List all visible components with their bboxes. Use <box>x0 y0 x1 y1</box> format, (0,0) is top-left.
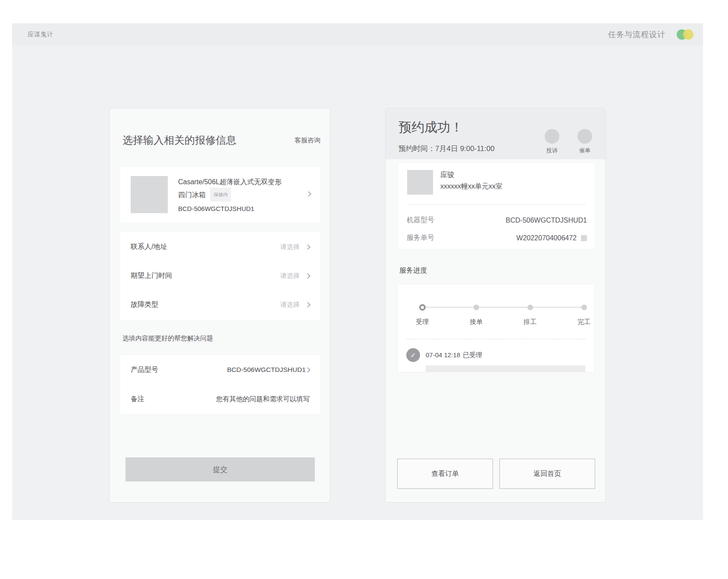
step-label-accepted: 受理 <box>409 318 435 326</box>
service-progress-card: 受理 接单 排工 完工 ✓ 07-04 12:18已受理 <box>397 284 595 372</box>
page-label: 任务与流程设计 <box>608 29 665 40</box>
product-image-placeholder <box>131 176 168 213</box>
info-label: 机器型号 <box>407 216 434 225</box>
booking-success-title: 预约成功！ <box>399 119 463 136</box>
timeline-entry: 07-04 12:18已受理 <box>426 351 485 359</box>
product-name: Casarte/506L超薄嵌入式无双变形 四门冰箱保修内 <box>178 176 282 201</box>
back-home-button[interactable]: 返回首页 <box>499 459 595 489</box>
field-row-remarks[interactable]: 备注 您有其他的问题和需求可以填写 <box>131 384 310 414</box>
field-label: 联系人/地址 <box>131 242 167 252</box>
status-dots <box>677 29 693 40</box>
workspace-title: 应谋鬼计 <box>28 31 53 38</box>
booking-success-screen: 预约成功！ 预约时间：7月4日 9:00-11:00 投诉 催单 应骏 xxxx… <box>385 108 606 503</box>
field-label: 备注 <box>131 395 144 404</box>
chevron-right-icon <box>305 244 311 250</box>
timeline-skeleton-bar <box>426 365 585 372</box>
complaint-action[interactable]: 投诉 <box>542 129 562 154</box>
booking-header: 预约成功！ 预约时间：7月4日 9:00-11:00 投诉 催单 <box>386 108 606 159</box>
info-value: BCD-506WGCTDJSHUD1 <box>506 217 587 224</box>
step-label-taken: 接单 <box>463 318 489 326</box>
urge-order-label: 催单 <box>579 147 590 154</box>
field-value: BCD-506WGCTDJSHUD1 <box>227 366 306 374</box>
chevron-right-icon <box>305 273 311 279</box>
service-order-row: 服务单号 W20220704006472 <box>407 229 587 247</box>
optional-section-hint: 选填内容能更好的帮您解决问题 <box>122 334 213 343</box>
optional-fields-group: 产品型号 BCD-506WGCTDJSHUD1 备注 您有其他的问题和需求可以填… <box>120 355 320 414</box>
steps-connector-line <box>422 307 584 308</box>
product-info: Casarte/506L超薄嵌入式无双变形 四门冰箱保修内 BCD-506WGC… <box>178 176 282 213</box>
field-placeholder: 请选择 <box>280 272 300 280</box>
order-info-rows: 机器型号 BCD-506WGCTDJSHUD1 服务单号 W2022070400… <box>407 211 587 247</box>
field-placeholder: 请选择 <box>280 243 300 251</box>
repair-form-title: 选择输入相关的报修信息 <box>122 133 236 147</box>
field-label: 产品型号 <box>131 365 158 374</box>
product-name-line2: 四门冰箱 <box>178 191 206 198</box>
field-label: 期望上门时间 <box>131 271 172 280</box>
field-row-visit-time[interactable]: 期望上门时间 请选择 <box>131 261 310 290</box>
user-avatar-placeholder <box>407 170 433 195</box>
step-label-done: 完工 <box>571 318 597 326</box>
step-label-scheduled: 排工 <box>517 318 543 326</box>
view-order-button[interactable]: 查看订单 <box>397 459 493 489</box>
field-label: 故障类型 <box>131 300 158 309</box>
urge-order-icon <box>577 129 592 144</box>
copy-icon[interactable] <box>581 235 587 241</box>
timeline-status: 已受理 <box>463 351 482 359</box>
step-dot-taken <box>474 305 479 310</box>
field-row-product-model[interactable]: 产品型号 BCD-506WGCTDJSHUD1 <box>131 355 310 384</box>
field-row-contact-address[interactable]: 联系人/地址 请选择 <box>131 233 310 261</box>
info-value: W20220704006472 <box>516 234 577 242</box>
repair-form-header: 选择输入相关的报修信息 客服咨询 <box>122 133 320 147</box>
top-bar-right: 任务与流程设计 <box>608 29 693 40</box>
top-bar: 应谋鬼计 任务与流程设计 <box>12 23 703 45</box>
field-row-fault-type[interactable]: 故障类型 请选择 <box>131 290 310 319</box>
user-address: xxxxxx幢xx单元xx室 <box>440 182 502 191</box>
info-label: 服务单号 <box>407 233 434 242</box>
warranty-badge: 保修内 <box>210 188 231 201</box>
field-value: 您有其他的问题和需求可以填写 <box>216 395 310 404</box>
step-dot-scheduled <box>527 305 533 310</box>
design-canvas: 应谋鬼计 任务与流程设计 选择输入相关的报修信息 客服咨询 Casarte/50… <box>0 0 728 579</box>
step-dot-accepted <box>419 304 426 311</box>
booking-header-actions: 投诉 催单 <box>542 129 595 154</box>
complaint-label: 投诉 <box>546 147 558 154</box>
submit-button[interactable]: 提交 <box>126 457 315 481</box>
step-dot-done <box>581 305 587 310</box>
check-icon: ✓ <box>406 348 420 362</box>
order-info-card: 应骏 xxxxxx幢xx单元xx室 机器型号 BCD-506WGCTDJSHUD… <box>398 163 595 249</box>
booking-time: 预约时间：7月4日 9:00-11:00 <box>399 144 495 154</box>
machine-model-row: 机器型号 BCD-506WGCTDJSHUD1 <box>407 211 587 229</box>
info-divider <box>407 205 586 205</box>
chevron-right-icon <box>305 302 311 308</box>
chevron-right-icon <box>306 191 311 197</box>
dashed-divider <box>406 339 586 339</box>
chevron-right-icon <box>305 367 311 373</box>
product-model-code: BCD-506WGCTDJSHUD1 <box>178 205 282 212</box>
timeline-time: 07-04 12:18 <box>426 351 460 359</box>
field-placeholder: 请选择 <box>280 301 300 309</box>
yellow-dot-icon <box>683 29 693 40</box>
complaint-icon <box>545 129 559 144</box>
product-summary-card[interactable]: Casarte/506L超薄嵌入式无双变形 四门冰箱保修内 BCD-506WGC… <box>120 167 320 222</box>
user-name: 应骏 <box>440 170 454 179</box>
required-fields-group: 联系人/地址 请选择 期望上门时间 请选择 故障类型 请选择 <box>120 232 320 320</box>
product-name-line1: Casarte/506L超薄嵌入式无双变形 <box>178 178 282 186</box>
service-progress-title: 服务进度 <box>399 266 427 275</box>
customer-service-link[interactable]: 客服咨询 <box>295 136 320 145</box>
urge-order-action[interactable]: 催单 <box>574 129 595 154</box>
repair-form-screen: 选择输入相关的报修信息 客服咨询 Casarte/506L超薄嵌入式无双变形 四… <box>109 108 330 503</box>
